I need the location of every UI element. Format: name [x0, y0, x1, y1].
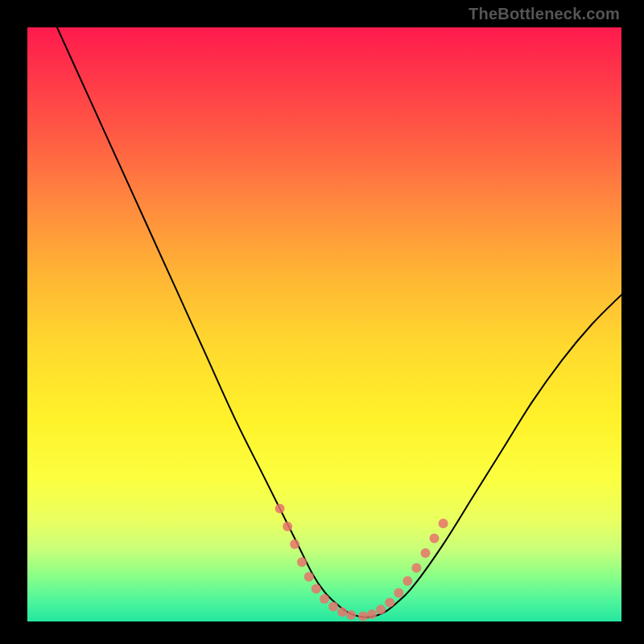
bottleneck-curve [57, 27, 621, 617]
curve-marker [275, 504, 285, 514]
curve-marker [304, 572, 314, 582]
marker-group [275, 504, 448, 621]
curve-marker [337, 607, 347, 617]
chart-outer-frame: TheBottleneck.com [0, 0, 644, 644]
plot-area [27, 27, 621, 621]
curve-marker [290, 539, 299, 549]
curve-marker [328, 602, 338, 612]
curve-layer [27, 27, 621, 621]
curve-marker [402, 576, 412, 586]
curve-marker [358, 611, 368, 621]
curve-marker [283, 522, 292, 531]
curve-marker [430, 534, 440, 543]
curve-marker [385, 597, 394, 607]
curve-marker [367, 609, 377, 619]
curve-marker [312, 584, 321, 593]
curve-marker [320, 594, 329, 604]
curve-marker [439, 518, 448, 528]
curve-marker [376, 605, 386, 614]
curve-marker [421, 548, 431, 558]
curve-marker [411, 564, 421, 573]
curve-marker [297, 557, 307, 567]
curve-marker [346, 610, 356, 620]
curve-marker [394, 588, 403, 598]
attribution-text: TheBottleneck.com [469, 5, 620, 23]
